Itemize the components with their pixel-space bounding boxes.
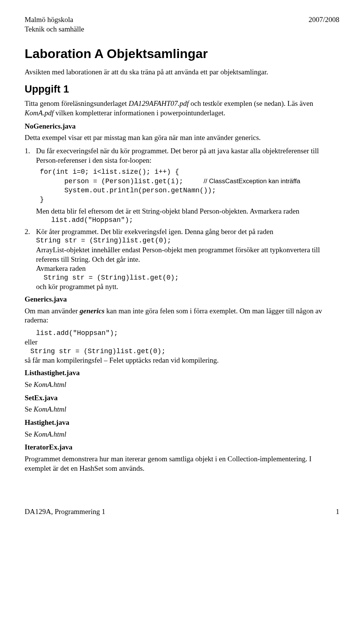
item1-text-b: Men detta blir fel eftersom det är ett S… — [36, 207, 339, 216]
header-school: Malmö högskola — [25, 15, 84, 25]
iteratorex-heading: IteratorEx.java — [25, 443, 339, 452]
iteratorex-text: Programmet demonstrera hur man itererar … — [25, 454, 339, 473]
item2-code-e: String str = (String)list.get(0); — [44, 273, 339, 282]
generics-code-b: String str = (String)list.get(0); — [30, 347, 339, 356]
item2-text-c: ArrayList-objektet innehåller endast Per… — [36, 245, 339, 264]
intro-text: Avsikten med laborationen är att du ska … — [25, 68, 339, 77]
item2-text-a: Kör åter programmet. Det blir exekvering… — [36, 227, 339, 237]
list-item-1: 1. Du får execveringsfel när du kör prog… — [25, 146, 339, 165]
footer-course: DA129A, Programmering 1 — [25, 507, 105, 517]
generics-heading: Generics.java — [25, 295, 339, 304]
list-item-2: 2. Kör åter programmet. Det blir exekver… — [25, 227, 339, 292]
generics-eller: eller — [25, 338, 339, 347]
setex-heading: SetEx.java — [25, 393, 339, 403]
item1-continued: Men detta blir fel eftersom det är ett S… — [36, 207, 339, 225]
header-left: Malmö högskola Teknik och samhälle — [25, 15, 84, 34]
uppgift1-heading: Uppgift 1 — [25, 83, 339, 96]
list-number-1: 1. — [25, 146, 36, 165]
generics-intro: Om man använder generics kan man inte gö… — [25, 306, 339, 325]
nogenerics-heading: NoGenerics.java — [25, 122, 339, 131]
footer-pagenum: 1 — [336, 507, 340, 517]
list-body-2: Kör åter programmet. Det blir exekvering… — [36, 227, 339, 292]
header-dept: Teknik och samhälle — [25, 25, 84, 34]
code-block-1: for(int i=0; i<list.size(); i++) { perso… — [40, 167, 339, 204]
item2-text-d: Avmarkera raden — [36, 264, 339, 273]
item2-code-b: String str = (String)list.get(0); — [36, 236, 339, 245]
hastighet-heading: Hastighet.java — [25, 418, 339, 428]
setex-text: Se KomA.html — [25, 405, 339, 414]
item1-code-c: list.add("Hoppsan"); — [51, 216, 339, 225]
list-number-2: 2. — [25, 227, 36, 292]
page-title: Laboration A Objektsamlingar — [25, 45, 339, 62]
listhastighet-heading: Listhastighet.java — [25, 368, 339, 378]
header-year: 2007/2008 — [309, 15, 339, 34]
item1-text-a: Du får execveringsfel när du kör program… — [36, 146, 339, 165]
uppgift1-intro: Titta genom föreläsningsunderlaget DA129… — [25, 99, 339, 118]
nogenerics-intro: Detta exempel visar ett par misstag man … — [25, 133, 339, 143]
list-body-1: Du får execveringsfel när du kör program… — [36, 146, 339, 165]
item2-text-f: och kör programmet på nytt. — [36, 282, 339, 292]
generics-code-a: list.add("Hoppsan"); — [36, 329, 339, 338]
generics-p2: så får man kompileringsfel – Felet upptä… — [25, 356, 339, 365]
page-footer: DA129A, Programmering 1 1 — [25, 507, 339, 517]
page-header: Malmö högskola Teknik och samhälle 2007/… — [25, 15, 339, 34]
hastighet-text: Se KomA.html — [25, 430, 339, 439]
page: Malmö högskola Teknik och samhälle 2007/… — [0, 0, 364, 528]
listhastighet-text: Se KomA.html — [25, 380, 339, 390]
